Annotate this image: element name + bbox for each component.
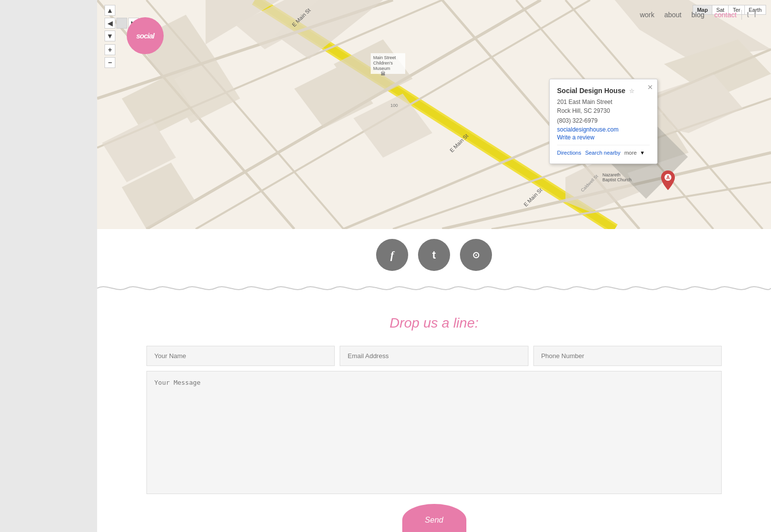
nav-contact[interactable]: contact — [714, 11, 736, 19]
twitter-icon: t — [432, 249, 436, 262]
twitter-circle-btn[interactable]: t — [418, 239, 450, 271]
flickr-icon: ⊙ — [472, 250, 480, 261]
popup-title: Social Design House ☆ — [557, 87, 650, 95]
nav-blog[interactable]: blog — [691, 11, 704, 19]
popup-more-btn[interactable]: more — [624, 150, 636, 156]
popup-actions: Directions Search nearby more ▾ — [557, 145, 650, 156]
logo[interactable]: social — [127, 17, 164, 54]
map-zoom-out-btn[interactable]: − — [105, 57, 115, 68]
nav-twitter-icon[interactable]: t — [747, 10, 749, 19]
popup-review-link[interactable]: Write a review — [557, 134, 650, 141]
popup-website-link[interactable]: socialdesignhouse.com — [557, 126, 650, 133]
svg-text:A: A — [666, 175, 669, 180]
name-input[interactable] — [146, 346, 335, 366]
logo-text: social — [136, 32, 154, 40]
svg-text:100: 100 — [390, 103, 398, 108]
svg-text:Children's: Children's — [373, 61, 393, 66]
svg-text:Nazareth: Nazareth — [602, 172, 621, 177]
flickr-circle-btn[interactable]: ⊙ — [460, 239, 492, 271]
contact-title: Drop us a line: — [146, 315, 722, 331]
facebook-circle-btn[interactable]: f — [376, 239, 408, 271]
map-section: E Main St E Main St E Main St Main Stree… — [97, 0, 771, 229]
popup-star: ☆ — [629, 88, 634, 95]
nav-links: work about blog contact — [640, 11, 736, 19]
popup-more-arrow: ▾ — [641, 149, 644, 156]
popup-directions-link[interactable]: Directions — [557, 150, 581, 156]
popup-phone: (803) 322-6979 — [557, 117, 650, 124]
popup-address: 201 East Main Street Rock Hill, SC 29730 — [557, 98, 650, 115]
nav-work[interactable]: work — [640, 11, 655, 19]
map-zoom-in-btn[interactable]: + — [105, 44, 115, 55]
navigation: work about blog contact t f — [97, 0, 771, 30]
popup-close-button[interactable]: ✕ — [647, 83, 653, 91]
email-input[interactable] — [340, 346, 528, 366]
map-down-btn[interactable]: ▼ — [105, 31, 115, 41]
map-marker[interactable]: A — [661, 170, 675, 192]
phone-input[interactable] — [533, 346, 722, 366]
wave-divider — [97, 281, 771, 296]
nav-social: t f — [747, 10, 756, 19]
nav-about[interactable]: about — [664, 11, 681, 19]
nav-facebook-icon[interactable]: f — [754, 10, 756, 19]
map-info-popup: ✕ Social Design House ☆ 201 East Main St… — [549, 79, 658, 164]
message-textarea[interactable] — [146, 371, 722, 494]
social-strip: f t ⊙ — [97, 229, 771, 281]
popup-search-nearby-link[interactable]: Search nearby — [585, 150, 621, 156]
left-sidebar — [0, 0, 97, 532]
svg-text:Main Street: Main Street — [373, 55, 396, 60]
contact-section: Drop us a line: Send — [97, 296, 771, 532]
facebook-icon: f — [390, 249, 394, 262]
send-btn-wrapper: Send — [146, 504, 722, 532]
map-background: E Main St E Main St E Main St Main Stree… — [97, 0, 771, 229]
nav-divider — [741, 10, 742, 20]
svg-text:🏛: 🏛 — [381, 71, 386, 76]
send-button[interactable]: Send — [402, 504, 466, 532]
send-label: Send — [425, 516, 443, 525]
svg-text:Museum: Museum — [373, 66, 390, 71]
svg-text:Baptist Church: Baptist Church — [602, 177, 631, 182]
form-row-top — [146, 346, 722, 366]
